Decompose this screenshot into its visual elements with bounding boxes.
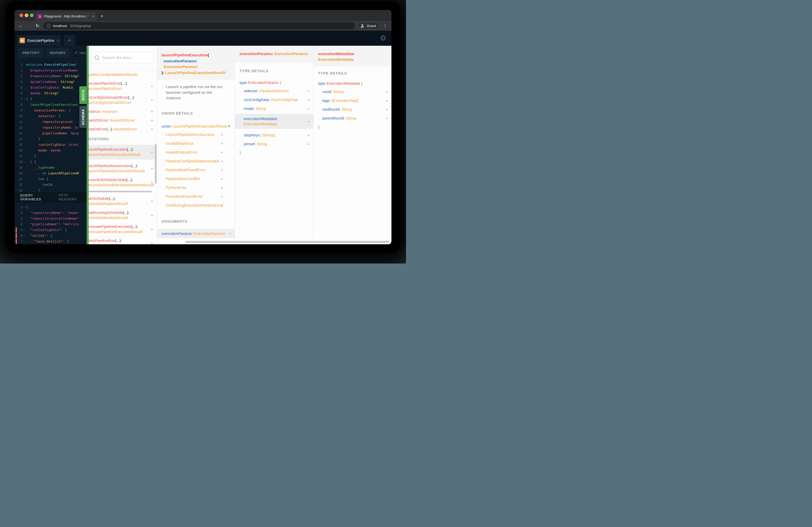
chevron-right-icon: ▶ xyxy=(151,118,153,123)
type-field[interactable]: preset: String▶ xyxy=(244,141,313,147)
playground-tab-close-icon[interactable]: × xyxy=(57,38,59,43)
doc-item[interactable]: unchPipelineExecution(...):aunchPipeline… xyxy=(89,145,157,160)
doc-item[interactable]: unchPipelineReexecution(...):aunchPipeli… xyxy=(89,163,157,174)
doc-item[interactable]: letePipelineRun(...):letePipelineRunResu… xyxy=(89,238,157,244)
doc-item[interactable]: nConfigSchemaOrError(...):unConfigSchema… xyxy=(89,95,157,105)
endpoint-input[interactable]: ↺ http://loc xyxy=(72,48,87,58)
doc-item[interactable]: artSchedule(...):cheduleMutationResult!▶ xyxy=(89,196,157,206)
docs-list-scrollbar[interactable] xyxy=(155,144,157,184)
line-number: 18 xyxy=(15,159,23,165)
prettify-button[interactable]: PRETTIFY xyxy=(18,48,44,58)
docs-panel: pelineConfigValidationResult!ecutionPlan… xyxy=(89,46,391,244)
doc-item[interactable]: ecutionPlanOrError(...):ecutionPlanOrErr… xyxy=(89,81,157,91)
url-bar[interactable]: i localhost:3333/graphql xyxy=(43,22,355,29)
union-member[interactable]: LaunchPipelineRunSuccess▶ xyxy=(166,132,227,137)
code-line: 22 runId xyxy=(15,182,87,187)
type-field[interactable]: executionMetadata:ExecutionMetadata▶ xyxy=(235,114,313,129)
query-editor[interactable]: 1mutation ExecutePipeline(2 $repositoryL… xyxy=(15,60,87,194)
union-member[interactable]: PresetNotFoundError▶ xyxy=(166,194,227,199)
browser-menu-icon[interactable]: ⋮ xyxy=(382,24,388,28)
type-field[interactable]: stepKeys: [String!]▶ xyxy=(244,133,313,138)
tab-query-variables[interactable]: QUERY VARIABLES xyxy=(20,193,54,201)
doc-item[interactable]: rminatePipelineExecution(...):rminatePip… xyxy=(89,224,157,235)
chevron-right-icon: ▶ xyxy=(308,88,310,93)
chevron-right-icon: ▶ xyxy=(308,97,310,102)
url-path: :3333/graphql xyxy=(69,24,91,28)
tab-http-headers[interactable]: HTTP HEADERS xyxy=(59,193,87,201)
union-member[interactable]: PipelineConfigValidationInvalid▶ xyxy=(166,159,227,164)
type-field[interactable]: rootRunId: String▶ xyxy=(322,107,391,112)
union-details-header: UNION DETAILS xyxy=(161,111,235,115)
tab-close-icon[interactable]: × xyxy=(92,14,94,18)
code-line: 4 $pipelineName: String! xyxy=(15,79,87,85)
union-member[interactable]: InvalidStepError▶ xyxy=(166,141,227,146)
close-window-button[interactable] xyxy=(19,14,23,17)
code-line: 1mutation ExecutePipeline( xyxy=(15,62,87,67)
window-controls xyxy=(19,14,33,17)
code-line: 8 launchPipelineExecution( xyxy=(15,102,87,108)
union-member[interactable]: InvalidOutputError▶ xyxy=(166,150,227,155)
docs-side-tab[interactable]: DOCS xyxy=(79,86,87,104)
line-number: 17 xyxy=(15,153,23,159)
chevron-right-icon: ▶ xyxy=(151,97,153,103)
docs-list-horizontal-scrollbar[interactable] xyxy=(89,191,152,192)
browser-window: △ Playground - http://localhost:3 × + ← … xyxy=(15,10,391,244)
line-number: 7 xyxy=(15,96,23,102)
forward-icon[interactable]: → xyxy=(27,23,32,28)
type-field[interactable]: tags: [ExecutionTag!]▶ xyxy=(322,98,391,103)
guest-label: Guest xyxy=(367,24,376,28)
code-line: 9▾ executionParams: { xyxy=(15,108,87,113)
chevron-right-icon: ▶ xyxy=(308,119,310,124)
doc-item[interactable]: setOrError(...): AssetOrError!▶ xyxy=(89,126,157,132)
line-number: 20 xyxy=(15,170,23,176)
chevron-right-icon: ▶ xyxy=(221,141,223,146)
type-field[interactable]: mode: String▶ xyxy=(244,106,313,111)
site-info-icon[interactable]: i xyxy=(47,24,51,28)
docs-horizontal-scrollbar[interactable] xyxy=(185,241,389,243)
code-line: 2 $repositoryLocationName: xyxy=(15,67,87,73)
code-line: 5▾ "runConfigData": { xyxy=(15,227,87,233)
graphql-favicon-icon: △ xyxy=(38,14,42,18)
doc-item[interactable]: pelineConfigValidationResult! xyxy=(89,72,157,77)
line-number: 15 xyxy=(15,142,23,148)
type-details-header: TYPE DETAILS xyxy=(240,69,313,73)
type-field[interactable]: parentRunId: String▶ xyxy=(322,116,391,121)
mutation-badge: M xyxy=(19,38,25,43)
union-member[interactable]: PythonError▶ xyxy=(166,185,227,190)
new-tab-button[interactable]: + xyxy=(100,12,103,20)
code-line: 6▾ "solids": { xyxy=(15,233,87,239)
chevron-right-icon: ▶ xyxy=(151,180,153,185)
type-field[interactable]: runId: String▶ xyxy=(322,89,391,94)
history-button[interactable]: HISTORY xyxy=(46,48,70,58)
variables-editor[interactable]: 1▾{2 "repositoryName": "exper3 "reposito… xyxy=(15,203,87,244)
settings-gear-icon[interactable]: ⚙ xyxy=(380,34,386,42)
doc-item[interactable]: opRunningSchedule(...):cheduleMutationRe… xyxy=(89,210,157,220)
divider xyxy=(89,71,157,71)
metadata-detail-column: executionMetadata: ExecutionMetadata TYP… xyxy=(314,46,391,244)
back-icon[interactable]: ← xyxy=(18,23,24,28)
search-input[interactable] xyxy=(102,55,150,60)
doc-item[interactable]: setsOrError: AssetsOrError!▶ xyxy=(89,118,157,123)
closing-brace: } xyxy=(240,150,313,155)
argument-row[interactable]: executionParams: ExecutionParams! ▶ xyxy=(157,229,235,238)
playground-tab[interactable]: M ExecutePipeline × xyxy=(17,35,61,46)
chevron-right-icon: ▶ xyxy=(386,116,388,121)
add-tab-button[interactable]: + xyxy=(64,35,75,46)
union-member[interactable]: PipelineNotFoundError▶ xyxy=(166,167,227,172)
browser-tabstrip: △ Playground - http://localhost:3 × + xyxy=(15,10,391,21)
replay-icon: ↺ xyxy=(74,50,77,55)
profile-button[interactable]: Guest xyxy=(358,22,379,30)
minimize-window-button[interactable] xyxy=(25,14,28,17)
schema-side-tab[interactable]: SCHEMA xyxy=(79,106,87,128)
union-member[interactable]: ConflictingExecutionParamsError▶ xyxy=(166,203,227,208)
line-number: 10 xyxy=(15,113,23,119)
browser-tab[interactable]: △ Playground - http://localhost:3 × xyxy=(35,12,97,21)
code-line: 7▾) { xyxy=(15,96,87,102)
doc-item[interactable]: concileSchedulerState(...):econcileSched… xyxy=(89,177,157,187)
union-member[interactable]: PipelineRunConflict▶ xyxy=(166,176,227,181)
type-field[interactable]: selector: PipelineSelector!▶ xyxy=(244,88,313,93)
zoom-window-button[interactable] xyxy=(30,14,33,17)
reload-icon[interactable]: ↻ xyxy=(35,23,40,29)
doc-item[interactable]: stance: Instance!▶ xyxy=(89,109,157,114)
type-field[interactable]: runConfigData: RunConfigData▶ xyxy=(244,97,313,102)
